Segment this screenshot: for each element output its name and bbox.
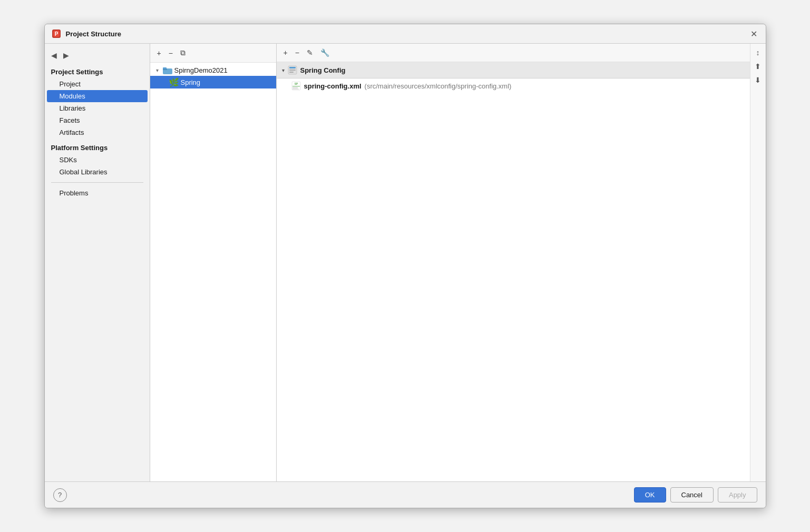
title-bar: P Project Structure ✕ [45, 24, 766, 44]
right-content: ▾ Spring Config [277, 62, 750, 481]
remove-module-button[interactable]: − [166, 47, 175, 59]
sidebar-item-libraries[interactable]: Libraries [47, 102, 148, 114]
svg-text:P: P [54, 31, 58, 37]
svg-rect-12 [292, 86, 300, 87]
main-content: ◀ ▶ Project Settings Project Modules Lib… [45, 44, 766, 481]
sidebar-item-modules[interactable]: Modules [47, 90, 148, 102]
svg-rect-8 [289, 70, 296, 71]
copy-module-button[interactable]: ⧉ [178, 47, 188, 59]
add-module-button[interactable]: + [154, 47, 164, 59]
project-name-label: SpirngDemo2021 [174, 66, 228, 74]
right-main: + − ✎ 🔧 ▾ [277, 44, 750, 481]
svg-text:SP: SP [294, 82, 298, 85]
spring-config-expand-arrow: ▾ [282, 67, 285, 73]
svg-rect-9 [289, 72, 294, 73]
align-bottom-button[interactable]: ⬇ [753, 74, 763, 86]
project-expand-arrow: ▾ [154, 67, 161, 73]
config-file-item[interactable]: SP spring-config.xml (src/main/resources… [277, 78, 750, 93]
sidebar-item-artifacts[interactable]: Artifacts [47, 126, 148, 139]
right-toolbar: + − ✎ 🔧 [277, 44, 750, 62]
spring-config-header[interactable]: ▾ Spring Config [277, 62, 750, 78]
back-button[interactable]: ◀ [49, 50, 59, 61]
sidebar-item-facets[interactable]: Facets [47, 114, 148, 126]
dialog-title: Project Structure [66, 30, 121, 38]
tree-project-node[interactable]: ▾ SpirngDemo2021 [150, 65, 276, 76]
help-button[interactable]: ? [53, 488, 67, 502]
svg-rect-13 [292, 87, 298, 88]
project-folder-icon [163, 67, 172, 74]
ok-button[interactable]: OK [634, 487, 666, 503]
remove-config-button[interactable]: − [292, 47, 302, 58]
wrench-button[interactable]: 🔧 [318, 47, 332, 58]
tree-spring-module[interactable]: 🌿 Spring [150, 76, 276, 88]
bottom-bar: ? OK Cancel Apply [45, 481, 766, 508]
right-panel: + − ✎ 🔧 ▾ [277, 44, 766, 481]
title-bar-left: P Project Structure [51, 28, 121, 39]
middle-toolbar: + − ⧉ [150, 44, 276, 63]
spring-module-icon: 🌿 [169, 77, 179, 87]
spring-config-title: Spring Config [300, 66, 346, 74]
sidebar-item-project[interactable]: Project [47, 78, 148, 90]
sidebar-divider [51, 182, 143, 183]
app-icon: P [51, 28, 62, 39]
add-config-button[interactable]: + [281, 47, 290, 58]
sort-button[interactable]: ↕ [755, 47, 762, 58]
close-button[interactable]: ✕ [749, 28, 759, 39]
sidebar-nav: ◀ ▶ [45, 48, 150, 65]
svg-rect-7 [289, 67, 296, 68]
platform-settings-title: Platform Settings [45, 141, 150, 154]
sidebar-item-problems[interactable]: Problems [47, 187, 148, 199]
svg-rect-14 [292, 89, 299, 90]
spring-xml-icon: SP [291, 81, 301, 91]
sidebar: ◀ ▶ Project Settings Project Modules Lib… [45, 44, 150, 481]
spring-config-section-icon [288, 65, 297, 75]
sidebar-item-sdks[interactable]: SDKs [47, 154, 148, 166]
svg-rect-5 [163, 67, 167, 69]
middle-panel: + − ⧉ ▾ SpirngDemo2021 [150, 44, 277, 481]
module-name-label: Spring [181, 78, 201, 86]
forward-button[interactable]: ▶ [61, 50, 71, 61]
project-structure-dialog: P Project Structure ✕ ◀ ▶ Project Settin… [44, 24, 766, 508]
project-settings-title: Project Settings [45, 65, 150, 78]
cancel-button[interactable]: Cancel [670, 487, 714, 503]
align-top-button[interactable]: ⬆ [753, 61, 763, 72]
sidebar-item-global-libraries[interactable]: Global Libraries [47, 166, 148, 178]
module-tree: ▾ SpirngDemo2021 🌿 Spring [150, 63, 276, 481]
edit-config-button[interactable]: ✎ [304, 47, 316, 58]
config-file-name: spring-config.xml [304, 82, 362, 90]
config-file-path: (src/main/resources/xmlconfig/spring-con… [365, 82, 512, 90]
right-side-buttons: ↕ ⬆ ⬇ [750, 44, 766, 481]
apply-button[interactable]: Apply [718, 487, 757, 503]
